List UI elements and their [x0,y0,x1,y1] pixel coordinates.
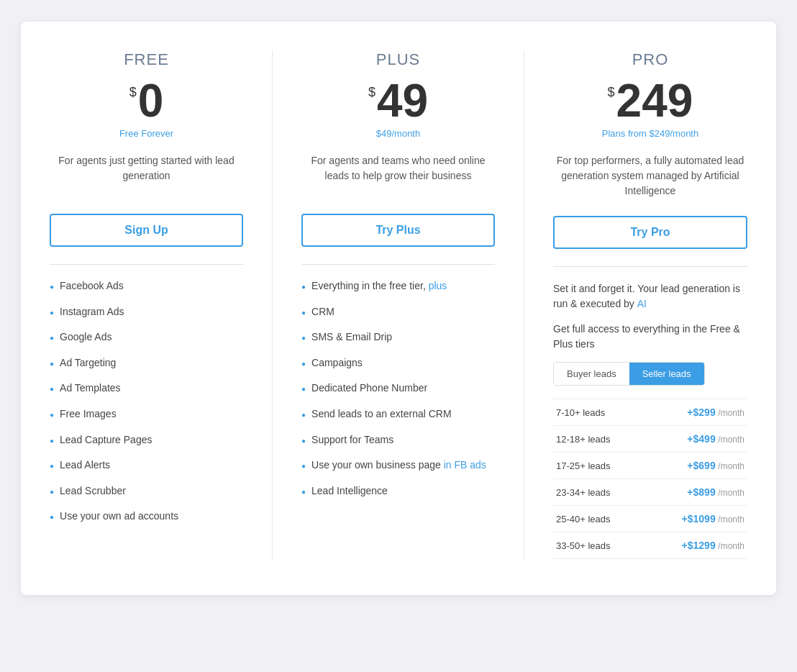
seller-leads-toggle[interactable]: Seller leads [629,363,704,385]
feature-text: Lead Capture Pages [60,433,152,448]
feature-text: Lead Scrubber [60,484,126,499]
list-item: ●Use your own ad accounts [50,509,243,524]
plus-plan: PLUS $ 49 $49/month For agents and teams… [273,50,524,559]
leads-range: 12-18+ leads [553,426,644,453]
list-item: ●Dedicated Phone Number [301,381,495,396]
bullet-icon: ● [301,461,306,471]
feature-text: Dedicated Phone Number [311,381,427,396]
lead-type-toggle: Buyer leads Seller leads [553,362,705,386]
leads-range: 33-50+ leads [553,532,644,559]
price-cell: +$299 /month [644,399,747,426]
pro-currency: $ [608,85,615,100]
plus-divider [301,264,495,265]
bullet-icon: ● [50,384,54,394]
feature-text: Ad Templates [60,381,121,396]
bullet-icon: ● [301,333,306,343]
bullet-icon: ● [301,359,306,369]
price-period: /month [718,408,744,418]
feature-text: Use your own business page in FB ads [311,458,486,473]
bullet-icon: ● [50,282,54,292]
list-item: ●Lead Capture Pages [50,433,243,448]
bullet-icon: ● [301,282,306,292]
pro-period: Plans from $249/month [553,128,747,139]
feature-text: Lead Intelligence [311,484,388,499]
table-row: 33-50+ leads +$1299 /month [553,532,747,559]
price-cell: +$699 /month [644,453,747,479]
price-cell: +$1099 /month [644,506,747,532]
bullet-icon: ● [50,410,54,420]
feature-text: Everything in the free tier, plus [311,279,447,294]
feature-text: Lead Alerts [60,458,110,473]
bullet-icon: ● [50,487,54,497]
list-item: ●Lead Alerts [50,458,243,473]
price-value: +$499 [687,433,715,445]
table-row: 7-10+ leads +$299 /month [553,399,747,426]
list-item: ●Lead Scrubber [50,484,243,499]
pro-plan: PRO $ 249 Plans from $249/month For top … [524,50,776,559]
pro-description: For top performers, a fully automated le… [553,153,747,199]
feature-text: Google Ads [60,330,111,345]
free-amount: 0 [138,78,164,124]
free-period: Free Forever [50,128,243,139]
bullet-icon: ● [301,384,306,394]
free-price-row: $ 0 [50,78,243,124]
list-item: ●Lead Intelligence [301,484,495,499]
feature-text: Support for Teams [311,433,393,448]
table-row: 12-18+ leads +$499 /month [553,426,747,453]
buyer-leads-toggle[interactable]: Buyer leads [554,363,629,385]
list-item: ●Google Ads [50,330,243,345]
price-period: /month [718,488,744,498]
list-item: ●Support for Teams [301,433,495,448]
plus-price-row: $ 49 [301,78,495,124]
pro-text-1: Set it and forget it. Your lead generati… [553,281,747,312]
feature-text: Instagram Ads [60,305,124,319]
bullet-icon: ● [50,333,54,343]
price-cell: +$899 /month [644,479,747,506]
bullet-icon: ● [301,436,306,446]
bullet-icon: ● [50,359,54,369]
plus-try-button[interactable]: Try Plus [301,214,495,247]
free-plan-name: FREE [50,50,243,69]
list-item: ●Everything in the free tier, plus [301,279,495,294]
free-plan: FREE $ 0 Free Forever For agents just ge… [21,50,273,559]
list-item: ●Instagram Ads [50,305,243,319]
bullet-icon: ● [50,512,54,522]
feature-text: Campaigns [311,356,363,371]
plus-currency: $ [368,85,375,100]
feature-text: CRM [311,305,334,319]
price-cell: +$499 /month [644,426,747,453]
pro-price-row: $ 249 [553,78,747,124]
pro-divider [553,266,747,267]
table-row: 25-40+ leads +$1099 /month [553,506,747,532]
pro-plan-name: PRO [553,50,747,69]
free-feature-list: ●Facebook Ads ●Instagram Ads ●Google Ads… [50,279,243,524]
list-item: ●Ad Targeting [50,356,243,371]
pro-amount: 249 [616,78,693,124]
bullet-icon: ● [301,308,306,318]
leads-range: 7-10+ leads [553,399,644,426]
leads-range: 17-25+ leads [553,453,644,479]
price-period: /month [718,461,744,471]
list-item: ●Use your own business page in FB ads [301,458,495,473]
price-cell: +$1299 /month [644,532,747,559]
table-row: 23-34+ leads +$899 /month [553,479,747,506]
feature-text: Send leads to an external CRM [311,407,452,422]
price-period: /month [718,435,744,445]
pro-try-button[interactable]: Try Pro [553,216,747,249]
price-period: /month [718,541,744,551]
pricing-container: FREE $ 0 Free Forever For agents just ge… [21,22,776,595]
bullet-icon: ● [50,461,54,471]
list-item: ●CRM [301,305,495,319]
plus-feature-list: ●Everything in the free tier, plus ●CRM … [301,279,495,498]
list-item: ●Campaigns [301,356,495,371]
free-signup-button[interactable]: Sign Up [50,214,243,247]
feature-text: Facebook Ads [60,279,124,294]
bullet-icon: ● [50,436,54,446]
plus-description: For agents and teams who need online lea… [301,153,495,196]
leads-range: 25-40+ leads [553,506,644,532]
free-currency: $ [129,85,137,100]
plus-period: $49/month [301,128,495,139]
feature-text: SMS & Email Drip [311,330,392,345]
bullet-icon: ● [50,308,54,318]
free-divider [50,264,243,265]
